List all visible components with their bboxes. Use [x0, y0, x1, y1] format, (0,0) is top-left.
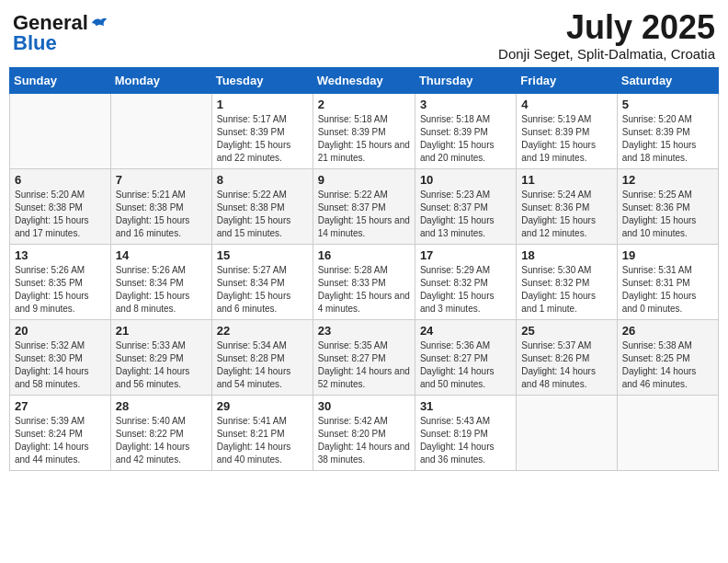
- table-row: 15Sunrise: 5:27 AM Sunset: 8:34 PM Dayli…: [211, 244, 313, 319]
- table-row: 11Sunrise: 5:24 AM Sunset: 8:36 PM Dayli…: [517, 168, 617, 244]
- day-number: 19: [622, 248, 713, 262]
- day-number: 18: [521, 248, 611, 262]
- table-row: 24Sunrise: 5:36 AM Sunset: 8:27 PM Dayli…: [415, 319, 516, 395]
- cell-info: Sunrise: 5:34 AM Sunset: 8:28 PM Dayligh…: [217, 339, 308, 391]
- calendar-week-row: 27Sunrise: 5:39 AM Sunset: 8:24 PM Dayli…: [10, 395, 719, 470]
- col-thursday: Thursday: [415, 67, 516, 93]
- day-number: 10: [420, 173, 511, 187]
- day-number: 25: [521, 324, 611, 338]
- table-row: 27Sunrise: 5:39 AM Sunset: 8:24 PM Dayli…: [10, 395, 111, 470]
- table-row: 26Sunrise: 5:38 AM Sunset: 8:25 PM Dayli…: [617, 319, 718, 395]
- cell-info: Sunrise: 5:17 AM Sunset: 8:39 PM Dayligh…: [217, 113, 308, 165]
- day-number: 7: [116, 173, 207, 187]
- cell-info: Sunrise: 5:19 AM Sunset: 8:39 PM Dayligh…: [521, 113, 611, 165]
- cell-info: Sunrise: 5:26 AM Sunset: 8:34 PM Dayligh…: [116, 264, 207, 316]
- cell-info: Sunrise: 5:25 AM Sunset: 8:36 PM Dayligh…: [622, 189, 713, 240]
- table-row: [617, 395, 718, 470]
- cell-info: Sunrise: 5:32 AM Sunset: 8:30 PM Dayligh…: [15, 339, 106, 391]
- col-tuesday: Tuesday: [211, 67, 313, 93]
- table-row: 30Sunrise: 5:42 AM Sunset: 8:20 PM Dayli…: [313, 395, 415, 470]
- cell-info: Sunrise: 5:42 AM Sunset: 8:20 PM Dayligh…: [318, 415, 410, 466]
- table-row: 2Sunrise: 5:18 AM Sunset: 8:39 PM Daylig…: [313, 93, 415, 168]
- cell-info: Sunrise: 5:39 AM Sunset: 8:24 PM Dayligh…: [15, 415, 106, 466]
- day-number: 13: [15, 248, 106, 262]
- calendar-week-row: 13Sunrise: 5:26 AM Sunset: 8:35 PM Dayli…: [10, 244, 719, 319]
- calendar-week-row: 20Sunrise: 5:32 AM Sunset: 8:30 PM Dayli…: [10, 319, 719, 395]
- col-sunday: Sunday: [10, 67, 111, 93]
- day-number: 15: [217, 248, 308, 262]
- table-row: 5Sunrise: 5:20 AM Sunset: 8:39 PM Daylig…: [617, 93, 718, 168]
- calendar-week-row: 1Sunrise: 5:17 AM Sunset: 8:39 PM Daylig…: [10, 93, 719, 168]
- table-row: 29Sunrise: 5:41 AM Sunset: 8:21 PM Dayli…: [211, 395, 313, 470]
- day-number: 31: [420, 399, 511, 413]
- day-number: 3: [420, 98, 511, 111]
- table-row: 14Sunrise: 5:26 AM Sunset: 8:34 PM Dayli…: [110, 244, 211, 319]
- col-friday: Friday: [517, 67, 617, 93]
- day-number: 1: [217, 98, 308, 111]
- day-number: 12: [622, 173, 713, 187]
- table-row: 9Sunrise: 5:22 AM Sunset: 8:37 PM Daylig…: [313, 168, 415, 244]
- cell-info: Sunrise: 5:20 AM Sunset: 8:38 PM Dayligh…: [15, 189, 106, 240]
- cell-info: Sunrise: 5:28 AM Sunset: 8:33 PM Dayligh…: [318, 264, 410, 316]
- day-number: 21: [116, 324, 207, 338]
- table-row: 13Sunrise: 5:26 AM Sunset: 8:35 PM Dayli…: [10, 244, 111, 319]
- table-row: 18Sunrise: 5:30 AM Sunset: 8:32 PM Dayli…: [517, 244, 617, 319]
- table-row: [10, 93, 111, 168]
- day-number: 2: [318, 98, 410, 111]
- day-number: 16: [318, 248, 410, 262]
- cell-info: Sunrise: 5:27 AM Sunset: 8:34 PM Dayligh…: [217, 264, 308, 316]
- day-number: 20: [15, 324, 106, 338]
- table-row: 4Sunrise: 5:19 AM Sunset: 8:39 PM Daylig…: [517, 93, 617, 168]
- cell-info: Sunrise: 5:18 AM Sunset: 8:39 PM Dayligh…: [318, 113, 410, 165]
- cell-info: Sunrise: 5:29 AM Sunset: 8:32 PM Dayligh…: [420, 264, 511, 316]
- table-row: 16Sunrise: 5:28 AM Sunset: 8:33 PM Dayli…: [313, 244, 415, 319]
- cell-info: Sunrise: 5:21 AM Sunset: 8:38 PM Dayligh…: [116, 189, 207, 240]
- table-row: 10Sunrise: 5:23 AM Sunset: 8:37 PM Dayli…: [415, 168, 516, 244]
- cell-info: Sunrise: 5:40 AM Sunset: 8:22 PM Dayligh…: [116, 415, 207, 466]
- title-block: July 2025 Donji Seget, Split-Dalmatia, C…: [498, 9, 715, 62]
- table-row: 7Sunrise: 5:21 AM Sunset: 8:38 PM Daylig…: [110, 168, 211, 244]
- day-number: 30: [318, 399, 410, 413]
- calendar-table: Sunday Monday Tuesday Wednesday Thursday…: [9, 67, 719, 471]
- table-row: 25Sunrise: 5:37 AM Sunset: 8:26 PM Dayli…: [517, 319, 617, 395]
- logo: General Blue: [13, 13, 108, 53]
- cell-info: Sunrise: 5:43 AM Sunset: 8:19 PM Dayligh…: [420, 415, 511, 466]
- logo-bird-icon: [90, 15, 108, 31]
- table-row: 28Sunrise: 5:40 AM Sunset: 8:22 PM Dayli…: [110, 395, 211, 470]
- day-number: 8: [217, 173, 308, 187]
- cell-info: Sunrise: 5:23 AM Sunset: 8:37 PM Dayligh…: [420, 189, 511, 240]
- cell-info: Sunrise: 5:36 AM Sunset: 8:27 PM Dayligh…: [420, 339, 511, 391]
- day-number: 26: [622, 324, 713, 338]
- day-number: 23: [318, 324, 410, 338]
- table-row: 19Sunrise: 5:31 AM Sunset: 8:31 PM Dayli…: [617, 244, 718, 319]
- day-number: 14: [116, 248, 207, 262]
- calendar-header-row: Sunday Monday Tuesday Wednesday Thursday…: [10, 67, 719, 93]
- table-row: 31Sunrise: 5:43 AM Sunset: 8:19 PM Dayli…: [415, 395, 516, 470]
- day-number: 27: [15, 399, 106, 413]
- day-number: 22: [217, 324, 308, 338]
- cell-info: Sunrise: 5:37 AM Sunset: 8:26 PM Dayligh…: [521, 339, 611, 391]
- cell-info: Sunrise: 5:18 AM Sunset: 8:39 PM Dayligh…: [420, 113, 511, 165]
- day-number: 4: [521, 98, 611, 111]
- cell-info: Sunrise: 5:33 AM Sunset: 8:29 PM Dayligh…: [116, 339, 207, 391]
- day-number: 6: [15, 173, 106, 187]
- cell-info: Sunrise: 5:38 AM Sunset: 8:25 PM Dayligh…: [622, 339, 713, 391]
- cell-info: Sunrise: 5:35 AM Sunset: 8:27 PM Dayligh…: [318, 339, 410, 391]
- table-row: 17Sunrise: 5:29 AM Sunset: 8:32 PM Dayli…: [415, 244, 516, 319]
- table-row: 8Sunrise: 5:22 AM Sunset: 8:38 PM Daylig…: [211, 168, 313, 244]
- col-wednesday: Wednesday: [313, 67, 415, 93]
- table-row: 3Sunrise: 5:18 AM Sunset: 8:39 PM Daylig…: [415, 93, 516, 168]
- day-number: 29: [217, 399, 308, 413]
- page-header: General Blue July 2025 Donji Seget, Spli…: [9, 9, 719, 62]
- title-location: Donji Seget, Split-Dalmatia, Croatia: [498, 46, 715, 62]
- day-number: 5: [622, 98, 713, 111]
- cell-info: Sunrise: 5:20 AM Sunset: 8:39 PM Dayligh…: [622, 113, 713, 165]
- table-row: 22Sunrise: 5:34 AM Sunset: 8:28 PM Dayli…: [211, 319, 313, 395]
- col-saturday: Saturday: [617, 67, 718, 93]
- day-number: 9: [318, 173, 410, 187]
- table-row: 23Sunrise: 5:35 AM Sunset: 8:27 PM Dayli…: [313, 319, 415, 395]
- cell-info: Sunrise: 5:41 AM Sunset: 8:21 PM Dayligh…: [217, 415, 308, 466]
- table-row: 6Sunrise: 5:20 AM Sunset: 8:38 PM Daylig…: [10, 168, 111, 244]
- cell-info: Sunrise: 5:22 AM Sunset: 8:38 PM Dayligh…: [217, 189, 308, 240]
- table-row: [517, 395, 617, 470]
